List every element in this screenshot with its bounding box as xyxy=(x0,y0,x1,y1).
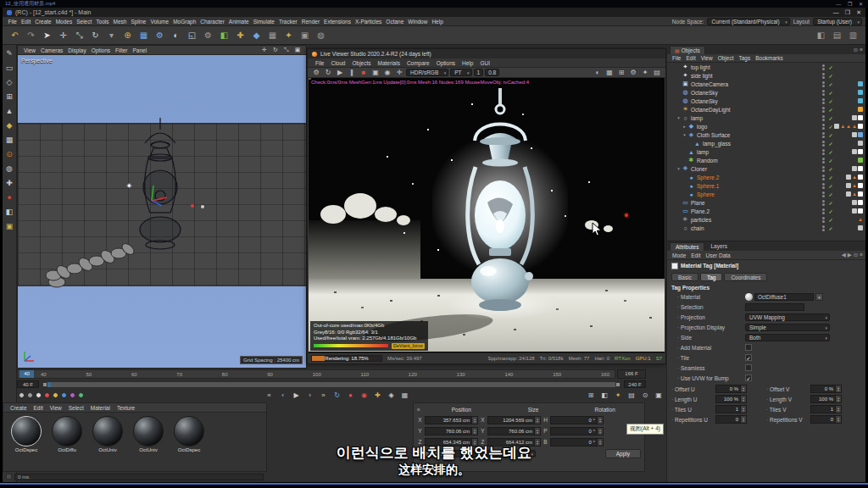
object-name[interactable]: side light xyxy=(689,73,713,79)
numeric-field[interactable]: 100 % xyxy=(715,395,747,403)
rotation-field[interactable]: 0 ° xyxy=(550,427,604,435)
history-nav-icon[interactable]: ≡ xyxy=(860,252,863,258)
object-name[interactable]: OctaneSky xyxy=(689,98,718,104)
stepper-arrows-icon[interactable] xyxy=(598,427,604,435)
object-name[interactable]: Sphere.1 xyxy=(695,183,719,189)
stepper-arrows-icon[interactable] xyxy=(836,385,842,393)
render-control-icon[interactable]: ▣ xyxy=(370,68,381,77)
expand-toggle-icon[interactable]: ▸ xyxy=(682,124,687,129)
object-name[interactable]: Cloner xyxy=(689,166,707,172)
enabled-check-icon[interactable] xyxy=(827,141,834,147)
tag-chips[interactable]: ▲ xyxy=(834,191,863,197)
selection-field[interactable] xyxy=(745,303,804,311)
object-tree-row[interactable]: ▭ Plane.2 xyxy=(667,207,865,215)
record-option-icon[interactable]: ◈ xyxy=(386,391,398,401)
object-tree-row[interactable]: ● Sphere.2 ▲ xyxy=(667,173,865,181)
render-control-icon[interactable]: ▶ xyxy=(335,68,345,77)
live-viewer-menu-item[interactable]: File xyxy=(312,60,327,66)
menu-item[interactable]: Character xyxy=(198,19,227,25)
tag-chips[interactable] xyxy=(834,166,863,171)
object-tree-row[interactable]: ▸ ◆ logo ▲▲▲ xyxy=(667,122,865,130)
panel-option-icon[interactable]: ⊙ xyxy=(854,47,858,53)
toolbar-icon[interactable]: ◧ xyxy=(217,28,231,42)
playback-button[interactable]: › xyxy=(304,391,316,401)
expand-toggle-icon[interactable]: ▾ xyxy=(676,115,682,120)
toolbar-icon[interactable]: ✦ xyxy=(281,28,296,42)
enabled-check-icon[interactable] xyxy=(827,132,834,138)
object-manager-menu-item[interactable]: Object xyxy=(715,55,737,61)
range-start-handle[interactable] xyxy=(42,382,47,387)
numeric-field[interactable]: 0 % xyxy=(715,385,747,393)
object-tree-row[interactable]: ▾ ○ lamp xyxy=(667,114,865,122)
toolbar-icon[interactable]: ◆ xyxy=(249,28,264,42)
enabled-check-icon[interactable] xyxy=(827,208,834,214)
material-menu-item[interactable]: Select xyxy=(65,405,87,411)
stepper-arrows-icon[interactable] xyxy=(836,395,842,403)
rotation-field[interactable]: 0 ° xyxy=(550,416,604,424)
viewport-nav-icon[interactable]: ↻ xyxy=(270,46,281,54)
menu-item[interactable]: Help xyxy=(430,19,445,25)
timeline-ruler[interactable]: 40 405060708090100110120130140150160 xyxy=(17,369,615,379)
toolbar-icon[interactable]: ✚ xyxy=(233,28,248,42)
viewport-menu-item[interactable]: Display xyxy=(65,47,88,53)
display-mode-select[interactable]: HDR/sRGB xyxy=(406,69,448,76)
render-control-icon[interactable]: ■ xyxy=(359,68,369,77)
stepper-arrows-icon[interactable] xyxy=(741,415,747,424)
mode-tool-icon[interactable]: ◇ xyxy=(3,76,15,87)
menu-item[interactable]: Tools xyxy=(94,19,111,25)
close-icon[interactable]: ✕ xyxy=(856,9,861,16)
material-preview-sphere[interactable] xyxy=(52,416,82,446)
record-option-icon[interactable]: ↻ xyxy=(331,391,343,401)
object-name[interactable]: logo xyxy=(695,124,707,130)
tag-chips[interactable]: ▲▲▲ xyxy=(834,124,863,129)
object-name[interactable]: Random xyxy=(695,158,718,164)
numeric-field[interactable]: 1 xyxy=(810,405,842,413)
checkbox[interactable] xyxy=(745,344,752,351)
stepper-arrows-icon[interactable] xyxy=(472,427,478,435)
menu-item[interactable]: X-Particles xyxy=(353,19,383,25)
side-select[interactable]: Both xyxy=(745,334,830,341)
enabled-check-icon[interactable] xyxy=(827,73,834,79)
viewport-menu-item[interactable]: Panel xyxy=(131,47,150,53)
mode-tool-icon[interactable]: ✎ xyxy=(3,47,15,58)
viewport-menu-item[interactable]: Options xyxy=(89,47,113,53)
panel-option-icon[interactable]: ≡ xyxy=(860,47,863,53)
object-manager-menu-item[interactable]: Bookmarks xyxy=(753,55,786,61)
mode-tool-icon[interactable]: ✚ xyxy=(3,177,15,188)
live-viewer-menu-item[interactable]: Cloud xyxy=(327,60,348,66)
timeline-option-icon[interactable]: ✦ xyxy=(612,391,624,401)
toolbar-icon[interactable]: ◱ xyxy=(185,28,199,42)
object-manager-menu-item[interactable]: Tags xyxy=(736,55,753,61)
keyframe-channel-dot[interactable] xyxy=(36,392,42,398)
toolbar-icon[interactable]: ⚙ xyxy=(201,28,215,42)
camera-label[interactable]: Perspective xyxy=(21,58,53,64)
projection-select[interactable]: UVW Mapping xyxy=(745,313,830,321)
tag-chips[interactable] xyxy=(834,81,863,86)
viewer-option-icon[interactable]: ✦ xyxy=(640,68,650,77)
mode-tool-icon[interactable]: ◆ xyxy=(3,119,15,130)
checkbox[interactable] xyxy=(745,374,752,381)
light-handle-dot[interactable] xyxy=(191,204,194,208)
minimize-icon[interactable]: — xyxy=(833,9,839,16)
attribute-menu-item[interactable]: User Data xyxy=(703,252,732,258)
samples-field[interactable]: 1 xyxy=(474,69,484,76)
end-frame-field[interactable]: 240 F xyxy=(624,380,646,388)
enabled-check-icon[interactable] xyxy=(827,90,834,96)
layout-select[interactable]: Startup (User) xyxy=(813,18,862,25)
viewer-option-icon[interactable]: ◐ xyxy=(593,68,603,77)
menu-item[interactable]: Window xyxy=(406,19,430,25)
stepper-arrows-icon[interactable] xyxy=(836,415,842,424)
menu-item[interactable]: Render xyxy=(299,19,321,25)
numeric-field[interactable]: 0 xyxy=(810,415,842,424)
attribute-panel-tab[interactable]: Attributes xyxy=(670,242,704,251)
keyframe-channel-dot[interactable] xyxy=(19,392,25,398)
projection-display-select[interactable]: Simple xyxy=(745,324,830,331)
object-tree-row[interactable]: ✦ top light xyxy=(667,63,865,71)
menu-item[interactable]: Tracker xyxy=(276,19,299,25)
timeline-option-icon[interactable]: ▣ xyxy=(653,391,665,401)
record-option-icon[interactable]: ✚ xyxy=(372,391,384,401)
viewport-nav-icon[interactable]: ⤡ xyxy=(281,46,292,54)
object-tree-row[interactable]: ☀ OctaneDayLight xyxy=(667,105,865,114)
toolbar-icon[interactable]: ➤ xyxy=(40,28,54,42)
viewport-nav-icon[interactable]: ✛ xyxy=(259,46,270,54)
